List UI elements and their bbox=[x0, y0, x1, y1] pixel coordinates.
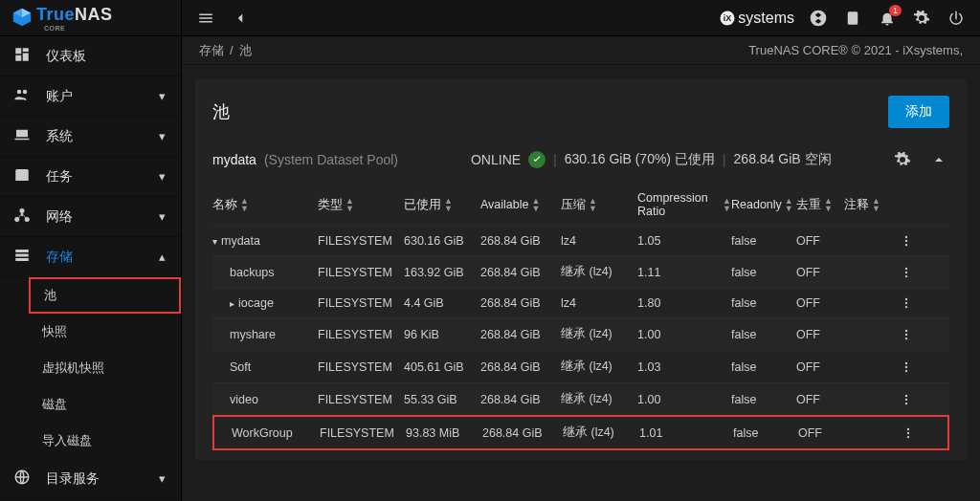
row-menu-icon[interactable] bbox=[892, 234, 921, 248]
sidebar-item-label: 目录服务 bbox=[46, 470, 156, 488]
col-compression[interactable]: 压缩▲▼ bbox=[561, 197, 637, 213]
dataset-available: 268.84 GiB bbox=[480, 360, 561, 374]
brand-nas: NAS bbox=[75, 5, 113, 24]
dataset-compression: lz4 bbox=[561, 234, 637, 248]
table-row[interactable]: WorkGroupFILESYSTEM93.83 MiB268.84 GiB继承… bbox=[212, 415, 949, 450]
chevron-up-icon: ▴ bbox=[156, 250, 167, 264]
crumb-storage[interactable]: 存储 bbox=[199, 42, 224, 59]
sidebar-sub-item[interactable]: 快照 bbox=[29, 314, 181, 350]
svg-point-23 bbox=[907, 435, 909, 437]
svg-point-22 bbox=[907, 431, 909, 433]
svg-text:iX: iX bbox=[724, 13, 732, 23]
dataset-ratio: 1.00 bbox=[637, 328, 731, 341]
chevron-down-icon: ▾ bbox=[156, 471, 167, 486]
truecommand-icon[interactable] bbox=[808, 8, 829, 29]
pool-gear-icon[interactable] bbox=[892, 149, 913, 170]
col-readonly[interactable]: Readonly▲▼ bbox=[731, 197, 796, 212]
storage-icon bbox=[13, 247, 31, 267]
svg-point-9 bbox=[905, 298, 907, 300]
dataset-readonly: false bbox=[731, 266, 796, 279]
sidebar-sub-item[interactable]: 磁盘 bbox=[29, 386, 181, 423]
row-menu-icon[interactable] bbox=[892, 328, 921, 341]
copyright: TrueNAS CORE® © 2021 - iXsystems, bbox=[748, 43, 963, 57]
sidebar-sub-item[interactable]: 池 bbox=[29, 277, 181, 314]
row-menu-icon[interactable] bbox=[892, 360, 921, 374]
dataset-dedup: OFF bbox=[796, 234, 844, 248]
dataset-compression: 继承 (lz4) bbox=[561, 391, 637, 407]
col-comment[interactable]: 注释▲▼ bbox=[844, 197, 892, 213]
sidebar-item-globe[interactable]: 目录服务▾ bbox=[0, 459, 181, 499]
sidebar-item-people[interactable]: 账户▾ bbox=[0, 76, 181, 117]
table-row[interactable]: backupsFILESYSTEM163.92 GiB268.84 GiB继承 … bbox=[212, 255, 949, 288]
dataset-ratio: 1.03 bbox=[637, 360, 731, 374]
gear-icon[interactable] bbox=[911, 8, 932, 29]
back-icon[interactable] bbox=[230, 8, 251, 29]
col-type[interactable]: 类型▲▼ bbox=[318, 197, 404, 213]
table-row[interactable]: videoFILESYSTEM55.33 GiB268.84 GiB继承 (lz… bbox=[212, 382, 949, 415]
pool-summary: mydata (System Dataset Pool) ONLINE | 63… bbox=[212, 143, 949, 184]
dataset-name: mydata bbox=[221, 234, 260, 248]
add-button[interactable]: 添加 bbox=[888, 96, 949, 128]
brand-true: True bbox=[36, 5, 75, 24]
power-icon[interactable] bbox=[946, 8, 967, 29]
col-available[interactable]: Available▲▼ bbox=[480, 197, 561, 212]
svg-point-4 bbox=[905, 240, 907, 242]
dataset-used: 163.92 GiB bbox=[404, 266, 480, 279]
chevron-right-icon[interactable]: ▸ bbox=[230, 298, 234, 309]
svg-point-19 bbox=[905, 398, 907, 400]
sidebar-item-network[interactable]: 网络▾ bbox=[0, 197, 181, 237]
sidebar-sub-item[interactable]: 虚拟机快照 bbox=[29, 350, 181, 386]
pool-used: 630.16 GiB (70%) 已使用 bbox=[565, 151, 715, 168]
breadcrumb: 存储 / 池 TrueNAS CORE® © 2021 - iXsystems, bbox=[182, 36, 980, 65]
row-menu-icon[interactable] bbox=[892, 393, 921, 406]
ix-mark-icon: iX bbox=[719, 10, 736, 27]
dataset-used: 55.33 GiB bbox=[404, 393, 480, 406]
svg-point-21 bbox=[907, 427, 909, 429]
dataset-type: FILESYSTEM bbox=[318, 296, 404, 310]
notification-badge: 1 bbox=[889, 5, 902, 16]
svg-point-14 bbox=[905, 337, 907, 338]
dataset-name: video bbox=[230, 393, 258, 406]
table-row[interactable]: SoftFILESYSTEM405.61 GiB268.84 GiB继承 (lz… bbox=[212, 350, 949, 382]
sidebar-item-laptop[interactable]: 系统▾ bbox=[0, 117, 181, 157]
dataset-readonly: false bbox=[731, 360, 796, 374]
sidebar-sub-item[interactable]: 导入磁盘 bbox=[29, 423, 181, 459]
dataset-ratio: 1.01 bbox=[639, 426, 733, 440]
svg-point-12 bbox=[905, 329, 907, 331]
col-used[interactable]: 已使用▲▼ bbox=[404, 197, 480, 213]
table-row[interactable]: ▾mydataFILESYSTEM630.16 GiB268.84 GiBlz4… bbox=[212, 226, 949, 255]
row-menu-icon[interactable] bbox=[894, 426, 923, 440]
col-name[interactable]: 名称▲▼ bbox=[212, 197, 318, 213]
sidebar-item-storage[interactable]: 存储▴ bbox=[0, 237, 181, 277]
dashboard-icon bbox=[13, 46, 31, 66]
collapse-icon[interactable] bbox=[928, 149, 949, 170]
dataset-type: FILESYSTEM bbox=[318, 328, 404, 341]
menu-icon[interactable] bbox=[195, 8, 216, 29]
sidebar-item-dashboard[interactable]: 仪表板 bbox=[0, 36, 181, 76]
pool-free: 268.84 GiB 空闲 bbox=[734, 151, 832, 168]
logo[interactable]: TrueNAS CORE bbox=[0, 0, 181, 36]
dataset-ratio: 1.11 bbox=[637, 266, 731, 279]
brand-core: CORE bbox=[36, 25, 113, 32]
dataset-compression: 继承 (lz4) bbox=[561, 359, 637, 375]
chevron-down-icon[interactable]: ▾ bbox=[212, 236, 217, 247]
calendar-icon bbox=[13, 166, 31, 186]
col-dedup[interactable]: 去重▲▼ bbox=[796, 197, 844, 213]
table-row[interactable]: myshareFILESYSTEM96 KiB268.84 GiB继承 (lz4… bbox=[212, 317, 949, 350]
pool-status-text: ONLINE bbox=[471, 152, 521, 167]
row-menu-icon[interactable] bbox=[892, 266, 921, 279]
row-menu-icon[interactable] bbox=[892, 296, 921, 310]
people-icon bbox=[13, 86, 31, 106]
chevron-down-icon: ▾ bbox=[156, 169, 167, 184]
topbar: iX systems 1 bbox=[182, 0, 980, 36]
dataset-readonly: false bbox=[731, 296, 796, 310]
table-row[interactable]: ▸iocageFILESYSTEM4.4 GiB268.84 GiBlz41.8… bbox=[212, 288, 949, 317]
dataset-compression: 继承 (lz4) bbox=[563, 425, 639, 441]
col-ratio[interactable]: Compression Ratio▲▼ bbox=[637, 191, 731, 218]
dataset-dedup: OFF bbox=[796, 360, 844, 374]
sidebar-item-calendar[interactable]: 任务▾ bbox=[0, 157, 181, 197]
clipboard-icon[interactable] bbox=[842, 8, 863, 29]
bell-icon[interactable]: 1 bbox=[877, 8, 898, 29]
ix-logo[interactable]: iX systems bbox=[719, 10, 794, 27]
svg-point-17 bbox=[905, 369, 907, 371]
